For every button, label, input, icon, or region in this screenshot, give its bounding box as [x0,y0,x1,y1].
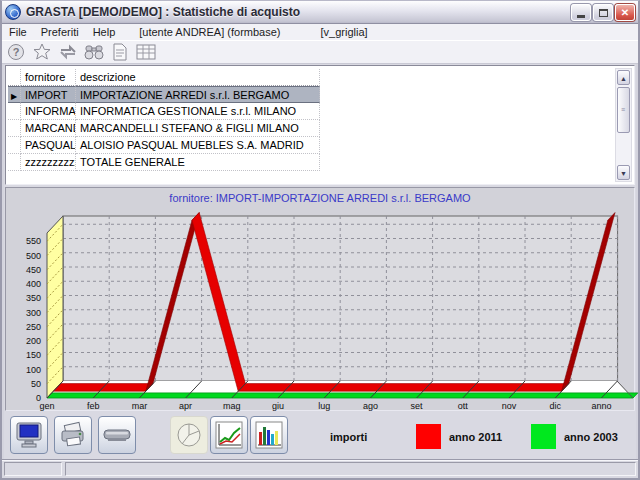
menu-v-griglia[interactable]: [v_griglia] [314,25,375,39]
svg-text:450: 450 [26,265,41,275]
cell-descrizione[interactable]: TOTALE GENERALE [76,154,320,171]
svg-text:150: 150 [26,350,41,360]
maximize-icon [599,9,608,17]
cell-descrizione[interactable]: IMPORTAZIONE ARREDI s.r.l. BERGAMO [76,86,320,103]
row-selector-cell[interactable] [8,120,21,137]
line-chart-icon [214,420,244,450]
status-cell-right [65,462,636,476]
scroll-down-button[interactable]: ▼ [617,165,630,180]
minimize-button[interactable] [571,4,591,21]
svg-text:400: 400 [26,279,41,289]
svg-text:100: 100 [26,365,41,375]
table-row[interactable]: PASQUALALOISIO PASQUAL MUEBLES S.A. MADR… [8,137,320,154]
measure-label: importi [330,431,367,443]
svg-text:feb: feb [87,401,100,411]
cell-descrizione[interactable]: MARCANDELLI STEFANO & FIGLI MILANO [76,120,320,137]
svg-text:?: ? [12,46,19,58]
menu-preferiti[interactable]: Preferiti [34,25,86,39]
binoculars-search-icon[interactable] [83,42,104,62]
pie-chart-button[interactable] [170,416,208,454]
minimize-icon [577,15,585,18]
scrollbar-thumb[interactable]: ≡ [617,87,630,133]
table-row[interactable]: zzzzzzzzzzzzz:TOTALE GENERALE [8,154,320,171]
toolbar: ? [2,41,638,64]
cell-fornitore[interactable]: PASQUAL [21,137,76,154]
column-header-fornitore[interactable]: fornitore [21,69,76,86]
table-vertical-scrollbar[interactable]: ▲ ≡ ▼ [615,68,632,182]
printer-icon [58,420,88,450]
svg-text:300: 300 [26,308,41,318]
svg-text:giu: giu [272,401,284,411]
print-device-icon [102,420,132,450]
table-row[interactable]: INFORMATINFORMATICA GESTIONALE s.r.l. MI… [8,103,320,120]
svg-text:550: 550 [26,236,41,246]
row-selector-cell[interactable] [8,137,21,154]
document-icon[interactable] [109,42,130,62]
row-selector-header [8,69,21,86]
cell-fornitore[interactable]: INFORMAT [21,103,76,120]
svg-text:350: 350 [26,293,41,303]
svg-text:nov: nov [502,401,517,411]
refresh-arrows-icon[interactable] [57,42,78,62]
monitor-button[interactable] [10,416,48,454]
svg-text:apr: apr [179,401,192,411]
favorites-star-icon[interactable] [31,42,52,62]
export-device-button[interactable] [98,416,136,454]
close-button[interactable]: ✕ [615,4,635,21]
bottom-button-bar: importi anno 2011 anno 2003 [2,413,638,459]
legend-swatch-anno-2011 [416,424,441,449]
column-header-descrizione[interactable]: descrizione [76,69,320,86]
legend-swatch-anno-2003 [531,424,556,449]
table-row[interactable]: ▶IMPORTIMPORTAZIONE ARREDI s.r.l. BERGAM… [8,86,320,103]
svg-text:ago: ago [363,401,378,411]
monitor-icon [14,420,44,450]
svg-text:50: 50 [31,379,41,389]
maximize-button[interactable] [593,4,613,21]
line-chart-button[interactable] [210,416,248,454]
svg-text:gen: gen [39,401,54,411]
suppliers-grid: fornitore descrizione ▶IMPORTIMPORTAZION… [8,69,320,171]
chart-title: fornitore: IMPORT-IMPORTAZIONE ARREDI s.… [6,188,634,204]
table-header-row: fornitore descrizione [8,69,320,86]
svg-text:250: 250 [26,322,41,332]
menu-bar: File Preferiti Help [utente ANDREA] (for… [2,24,638,41]
grid-document-icon[interactable] [135,42,156,62]
bar-chart-button[interactable] [250,416,288,454]
legend-label-anno-2003: anno 2003 [564,431,618,443]
window-title: GRASTA [DEMO/DEMO] : Statistiche di acqu… [26,5,571,19]
title-bar[interactable]: GRASTA [DEMO/DEMO] : Statistiche di acqu… [2,1,638,24]
cell-fornitore[interactable]: zzzzzzzzzzzzz: [21,154,76,171]
app-window: GRASTA [DEMO/DEMO] : Statistiche di acqu… [0,0,640,480]
svg-text:ott: ott [458,401,469,411]
pie-chart-icon [174,420,204,450]
menu-help[interactable]: Help [86,25,123,39]
svg-text:lug: lug [318,401,330,411]
status-cell-left [4,462,62,476]
svg-text:mag: mag [223,401,241,411]
selected-row-arrow-icon[interactable]: ▶ [8,86,21,103]
svg-text:mar: mar [132,401,148,411]
scroll-up-button[interactable]: ▲ [617,70,630,85]
svg-text:200: 200 [26,336,41,346]
legend-label-anno-2011: anno 2011 [449,431,502,443]
cell-descrizione[interactable]: INFORMATICA GESTIONALE s.r.l. MILANO [76,103,320,120]
menu-file[interactable]: File [2,25,34,39]
cell-descrizione[interactable]: ALOISIO PASQUAL MUEBLES S.A. MADRID [76,137,320,154]
cell-fornitore[interactable]: MARCANDE [21,120,76,137]
svg-text:500: 500 [26,251,41,261]
svg-text:anno: anno [591,401,611,411]
table-row[interactable]: MARCANDEMARCANDELLI STEFANO & FIGLI MILA… [8,120,320,137]
purchase-statistics-chart: 050100150200250300350400450500550genfebm… [7,205,639,413]
menu-utente[interactable]: [utente ANDREA] (formbase) [132,25,287,39]
suppliers-table-panel: fornitore descrizione ▶IMPORTIMPORTAZION… [5,65,635,185]
cell-fornitore[interactable]: IMPORT [21,86,76,103]
row-selector-cell[interactable] [8,103,21,120]
row-selector-cell[interactable] [8,154,21,171]
bar-chart-icon [254,420,284,450]
svg-text:dic: dic [549,401,561,411]
status-bar [2,459,638,478]
help-icon[interactable]: ? [5,42,26,62]
chart-panel: fornitore: IMPORT-IMPORTAZIONE ARREDI s.… [5,187,635,411]
svg-text:set: set [411,401,424,411]
print-button[interactable] [54,416,92,454]
